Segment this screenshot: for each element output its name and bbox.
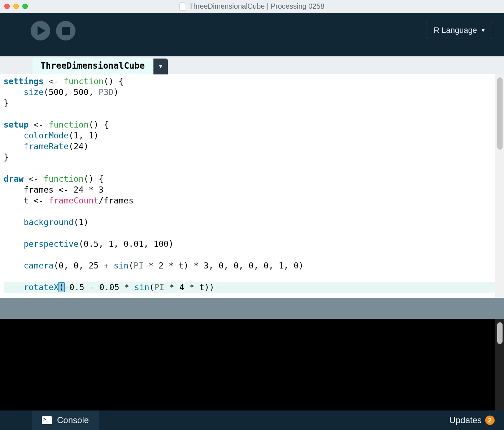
language-mode-selector[interactable]: R Language ▼ xyxy=(426,22,493,39)
code-line xyxy=(4,206,504,217)
editor-scrollbar[interactable] xyxy=(497,77,503,150)
code-line: setup <- function() { xyxy=(4,119,504,130)
tabs-row: ThreeDimensionalCube ▼ xyxy=(0,56,504,74)
code-line xyxy=(4,271,504,282)
console-output xyxy=(0,319,504,410)
code-line: camera(0, 0, 25 + sin(PI * 2 * t) * 3, 0… xyxy=(4,260,504,271)
status-bar: Console Updates 2 xyxy=(0,410,504,430)
code-line: background(1) xyxy=(4,217,504,228)
close-window-button[interactable] xyxy=(4,4,10,9)
code-line: settings <- function() { xyxy=(4,76,504,87)
code-line: draw <- function() { xyxy=(4,173,504,184)
pane-divider[interactable] xyxy=(0,298,504,319)
code-line: size(500, 500, P3D) xyxy=(4,87,504,98)
code-line: perspective(0.5, 1, 0.01, 100) xyxy=(4,238,504,249)
code-line: } xyxy=(4,98,504,108)
console-tab-label: Console xyxy=(57,415,89,425)
code-line xyxy=(4,108,504,119)
console-scrollbar[interactable] xyxy=(497,322,503,344)
updates-label: Updates xyxy=(449,415,482,425)
code-editor[interactable]: settings <- function() { size(500, 500, … xyxy=(0,74,504,298)
code-line: frameRate(24) xyxy=(4,141,504,152)
code-line xyxy=(4,249,504,260)
run-button[interactable] xyxy=(31,21,50,40)
chevron-down-icon: ▼ xyxy=(158,63,164,70)
toolbar: R Language ▼ xyxy=(0,13,504,56)
window-title-group: ThreeDimensionalCube | Processing 0258 xyxy=(179,2,324,10)
updates-count-badge: 2 xyxy=(485,416,495,425)
code-line: t <- frameCount/frames xyxy=(4,195,504,206)
console-tab[interactable]: Console xyxy=(32,410,99,430)
tab-active[interactable]: ThreeDimensionalCube xyxy=(32,58,153,74)
code-line: rotateX(-0.5 - 0.05 * sin(PI * 4 * t)) xyxy=(4,282,504,293)
code-line: } xyxy=(4,152,504,163)
code-line: colorMode(1, 1) xyxy=(4,130,504,141)
code-line: frames <- 24 * 3 xyxy=(4,184,504,195)
minimize-window-button[interactable] xyxy=(13,4,19,9)
tab-menu-button[interactable]: ▼ xyxy=(153,59,168,74)
window-title: ThreeDimensionalCube | Processing 0258 xyxy=(189,2,324,10)
updates-button[interactable]: Updates 2 xyxy=(449,415,495,425)
maximize-window-button[interactable] xyxy=(22,4,28,9)
code-line xyxy=(4,228,504,238)
console-icon xyxy=(42,416,52,424)
language-mode-label: R Language xyxy=(434,26,477,35)
stop-button[interactable] xyxy=(56,21,75,40)
play-icon xyxy=(38,26,45,35)
code-line xyxy=(4,163,504,173)
editor-area: settings <- function() { size(500, 500, … xyxy=(0,74,504,298)
titlebar: ThreeDimensionalCube | Processing 0258 xyxy=(0,0,504,13)
stop-icon xyxy=(62,27,70,35)
window-controls xyxy=(4,4,28,9)
document-icon xyxy=(179,3,186,10)
tab-label: ThreeDimensionalCube xyxy=(40,61,145,71)
run-controls xyxy=(31,21,75,40)
chevron-down-icon: ▼ xyxy=(481,27,486,33)
updates-count: 2 xyxy=(488,417,492,424)
